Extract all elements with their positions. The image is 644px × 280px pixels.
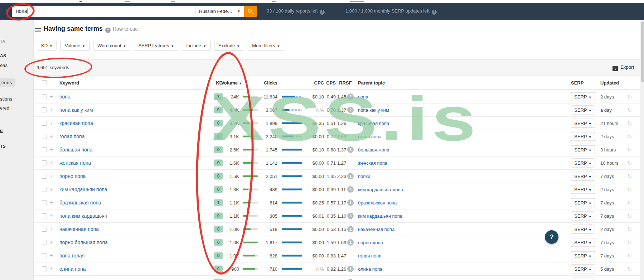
refresh-icon[interactable]: ↻ bbox=[627, 279, 632, 280]
keyword-link[interactable]: голая попа bbox=[59, 134, 84, 139]
row-checkbox[interactable] bbox=[42, 240, 47, 245]
column-header-cps[interactable]: CPS bbox=[326, 80, 336, 86]
refresh-icon[interactable]: ↻ bbox=[627, 146, 632, 153]
serp-dropdown-button[interactable]: SERP▼ bbox=[571, 145, 595, 154]
how-to-use-link[interactable]: ?How to use bbox=[105, 26, 138, 33]
keyword-link[interactable]: бразильская попа bbox=[59, 200, 101, 206]
add-to-list-icon[interactable]: + bbox=[49, 146, 53, 153]
parent-topic-link[interactable]: попки bbox=[358, 174, 370, 179]
column-header-clicks[interactable]: Clicks bbox=[251, 80, 277, 86]
keyword-link[interactable]: большая попа bbox=[59, 147, 92, 153]
search-mode-dropdown-icon[interactable]: ▼ bbox=[6, 9, 10, 13]
serp-dropdown-button[interactable]: SERP▼ bbox=[571, 225, 595, 234]
parent-topic-link[interactable]: ким кардашьян жопа bbox=[358, 187, 403, 192]
serp-dropdown-button[interactable]: SERP▼ bbox=[571, 106, 595, 115]
refresh-icon[interactable]: ↻ bbox=[627, 239, 632, 246]
refresh-icon[interactable]: ↻ bbox=[627, 213, 632, 219]
column-header-cpc[interactable]: CPC bbox=[300, 80, 324, 86]
refresh-icon[interactable]: ↻ bbox=[627, 266, 632, 272]
search-button[interactable] bbox=[244, 6, 257, 17]
refresh-icon[interactable]: ↻ bbox=[627, 186, 632, 193]
sidebar-item[interactable]: eas bbox=[0, 63, 8, 68]
serp-dropdown-button[interactable]: SERP▼ bbox=[571, 238, 595, 247]
filter-exclude[interactable]: Exclude▼ bbox=[214, 41, 244, 50]
add-to-list-icon[interactable]: + bbox=[49, 173, 53, 180]
parent-topic-link[interactable]: олина попа bbox=[358, 266, 382, 272]
refresh-icon[interactable]: ↻ bbox=[627, 133, 632, 140]
add-to-list-icon[interactable]: + bbox=[49, 265, 53, 272]
row-checkbox[interactable] bbox=[42, 160, 47, 165]
refresh-icon[interactable]: ↻ bbox=[627, 120, 632, 127]
refresh-icon[interactable]: ↻ bbox=[627, 199, 632, 206]
parent-topic-link[interactable]: красивая попа bbox=[358, 121, 389, 126]
serp-dropdown-button[interactable]: SERP▼ bbox=[571, 92, 595, 101]
help-icon[interactable]: ? bbox=[432, 10, 437, 15]
refresh-icon[interactable]: ↻ bbox=[627, 173, 632, 180]
row-checkbox[interactable] bbox=[42, 187, 47, 192]
parent-topic-link[interactable]: голая попа bbox=[358, 134, 381, 139]
keyword-link[interactable]: попа bbox=[59, 94, 71, 100]
help-icon[interactable]: ? bbox=[320, 10, 325, 15]
serp-dropdown-button[interactable]: SERP▼ bbox=[571, 251, 595, 260]
select-all-checkbox[interactable] bbox=[42, 80, 47, 85]
parent-topic-link[interactable]: ким кардашьян попа bbox=[358, 213, 402, 219]
export-button[interactable]: ↓Export bbox=[612, 64, 634, 71]
serp-dropdown-button[interactable]: SERP▼ bbox=[571, 198, 595, 207]
keyword-link[interactable]: порно большая попа bbox=[59, 240, 108, 245]
filter-kd[interactable]: KD▼ bbox=[37, 41, 57, 50]
parent-topic-link[interactable]: большая жопа bbox=[358, 147, 389, 153]
add-to-list-icon[interactable]: + bbox=[49, 239, 53, 246]
refresh-icon[interactable]: ↻ bbox=[627, 160, 632, 166]
keyword-link[interactable]: попа ким кардашьян bbox=[59, 213, 107, 219]
row-checkbox[interactable] bbox=[42, 227, 47, 232]
parent-topic-link[interactable]: накаченная попа bbox=[358, 227, 394, 232]
row-checkbox[interactable] bbox=[42, 266, 47, 271]
serp-dropdown-button[interactable]: SERP▼ bbox=[571, 119, 595, 128]
column-header-parent-topic[interactable]: Parent topic bbox=[358, 80, 385, 86]
parent-topic-link[interactable]: голая попа bbox=[358, 253, 381, 259]
help-floating-button[interactable]: ? bbox=[545, 230, 558, 244]
report-list-icon[interactable] bbox=[35, 28, 41, 33]
keyword-link[interactable]: накаченная попа bbox=[59, 226, 99, 232]
serp-dropdown-button[interactable]: SERP▼ bbox=[571, 185, 595, 194]
parent-topic-link[interactable]: попа как у ким bbox=[358, 107, 389, 113]
add-to-list-icon[interactable]: + bbox=[49, 199, 53, 206]
add-to-list-icon[interactable]: + bbox=[49, 186, 53, 193]
filter-word-count[interactable]: Word count▼ bbox=[93, 41, 130, 50]
row-checkbox[interactable] bbox=[42, 213, 47, 218]
scrollbar-thumb[interactable] bbox=[641, 21, 644, 82]
row-checkbox[interactable] bbox=[42, 253, 47, 258]
refresh-icon[interactable]: ↻ bbox=[627, 107, 632, 114]
serp-dropdown-button[interactable]: SERP▼ bbox=[571, 278, 595, 280]
column-header-volume[interactable]: Volume▼ bbox=[221, 80, 239, 86]
refresh-icon[interactable]: ↻ bbox=[627, 252, 632, 259]
add-to-list-icon[interactable]: + bbox=[49, 106, 53, 114]
sidebar-item[interactable]: AS bbox=[0, 53, 6, 58]
add-to-list-icon[interactable]: + bbox=[49, 120, 53, 127]
refresh-icon[interactable]: ↻ bbox=[627, 226, 632, 233]
parent-topic-link[interactable]: женская попа bbox=[358, 160, 387, 166]
sidebar-item[interactable]: ered bbox=[0, 105, 9, 111]
keyword-link[interactable]: попа голая bbox=[59, 253, 84, 259]
column-header-keyword[interactable]: Keyword bbox=[59, 80, 79, 86]
column-header-updated[interactable]: Updated bbox=[600, 80, 619, 86]
add-to-list-icon[interactable]: + bbox=[49, 159, 53, 166]
serp-dropdown-button[interactable]: SERP▼ bbox=[571, 212, 595, 221]
column-header-rr[interactable]: RR bbox=[337, 80, 346, 86]
add-to-list-icon[interactable]: + bbox=[49, 212, 53, 219]
keyword-link[interactable]: порно попа bbox=[59, 173, 86, 179]
filter-serp-features[interactable]: SERP features▼ bbox=[134, 41, 178, 50]
row-checkbox[interactable] bbox=[42, 134, 47, 139]
keyword-link[interactable]: женская попа bbox=[59, 160, 91, 166]
add-to-list-icon[interactable]: + bbox=[49, 93, 53, 100]
sidebar-item[interactable]: stions bbox=[0, 96, 12, 102]
keyword-link[interactable]: олина попа bbox=[59, 266, 86, 272]
keyword-link[interactable]: ким кардашьян попа bbox=[59, 187, 107, 192]
parent-topic-link[interactable]: бразильская попа bbox=[358, 200, 397, 206]
filter-include[interactable]: Include▼ bbox=[182, 41, 210, 50]
add-to-list-icon[interactable]: + bbox=[49, 252, 53, 259]
row-checkbox[interactable] bbox=[42, 147, 47, 152]
keyword-link[interactable]: попа как у ким bbox=[59, 107, 93, 113]
add-to-list-icon[interactable]: + bbox=[49, 279, 53, 280]
row-checkbox[interactable] bbox=[42, 200, 47, 205]
